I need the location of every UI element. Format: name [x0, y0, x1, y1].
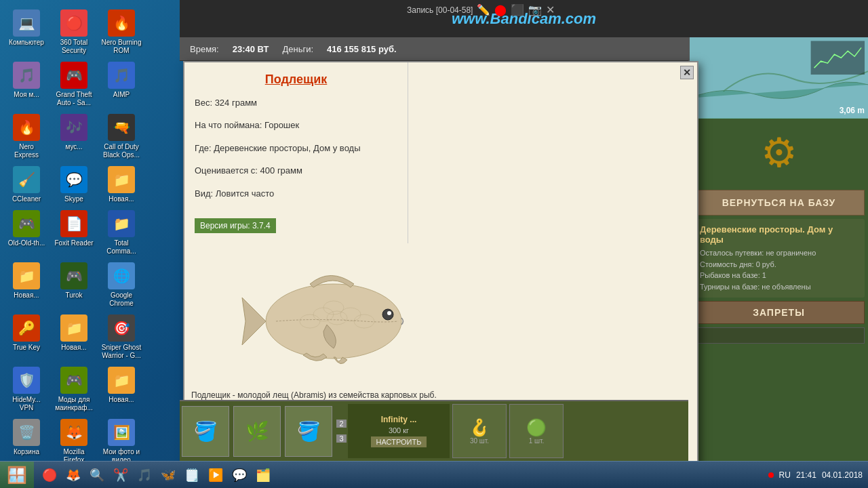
taskbar-opera[interactable]: 🔴 [39, 465, 60, 485]
taskbar-scissors[interactable]: ✂️ [111, 465, 131, 485]
desktop-icon--------[interactable]: 🗑️ Корзина [3, 416, 50, 467]
recording-area: Запись [00-04-58] ✏️ ⬤ ⬛ 📷 ✕ [407, 3, 555, 16]
desktop-icon-call-of-duty-black-ops---[interactable]: 🔫 Call of Duty Black Ops... [98, 111, 144, 162]
dialog-close-button[interactable]: ✕ [680, 66, 694, 79]
setup-button[interactable]: НАСТРОИТЬ [371, 436, 427, 447]
recording-indicator [768, 472, 774, 478]
rec-square-icon[interactable]: ⬛ [511, 3, 524, 16]
desktop-icon-turok[interactable]: 🎮 Turok [51, 260, 97, 310]
desktop-icon-grand-theft-auto---sa---[interactable]: 🎮 Grand Theft Auto - Sa... [51, 59, 97, 110]
icon-label: CCleaner [12, 195, 41, 203]
desktop-icon---------[interactable]: 📁 Новая... [51, 312, 97, 363]
icon-image: 🎮 [60, 262, 87, 289]
time-value: 23:40 ВТ [233, 44, 269, 54]
desktop-icon-360-total-security[interactable]: 🔴 360 Total Security [51, 7, 97, 58]
desktop-icon-google-chrome[interactable]: 🌐 Google Chrome [98, 260, 144, 310]
taskbar-folder[interactable]: 🗂️ [253, 465, 273, 485]
location-info: Деревенские просторы. Дом у воды Осталос… [693, 219, 865, 298]
icon-image: 🔫 [108, 114, 135, 141]
desktop-icon---------[interactable]: 🎵 Моя м... [3, 59, 50, 110]
icon-label: Total Comma... [101, 239, 142, 256]
trip-info: Осталось путевки: не ограничено [700, 247, 858, 259]
taskbar-chat[interactable]: 💬 [229, 465, 250, 485]
desktop-icon-aimp[interactable]: 🎵 AIMP [98, 59, 144, 110]
rec-stop-icon[interactable]: ✏️ [477, 3, 490, 16]
tackle-hook[interactable]: 🪝 30 шт. [452, 404, 507, 458]
tackle-peas[interactable]: 🟢 1 шт. [509, 404, 564, 458]
location-title: Деревенские просторы. Дом у воды [700, 224, 858, 245]
taskbar-notepad[interactable]: 🗒️ [182, 465, 202, 485]
desktop-icon-foxit-reader[interactable]: 📄 Foxit Reader [51, 207, 97, 258]
desktop: 💻 Компьютер 🔴 360 Total Security 🔥 Nero … [0, 0, 868, 488]
right-panel: 3,06 m ⚙ ВЕРНУТЬСЯ НА БАЗУ Деревенские п… [688, 37, 868, 461]
start-button[interactable]: 🪟 [0, 462, 34, 489]
icon-label: мус... [65, 143, 82, 151]
desktop-icon-old-old-th---[interactable]: 🎮 Old-Old-th... [3, 207, 50, 258]
desktop-icon-sniper-ghost-warrior---g---[interactable]: 🎯 Sniper Ghost Warrior - G... [98, 312, 144, 363]
rec-close-icon[interactable]: ✕ [546, 3, 555, 16]
fish-estimated: Оценивается с: 400 грамм [195, 163, 397, 178]
recording-label: Запись [00-04-58] [407, 5, 473, 15]
desktop-icon---------[interactable]: 📁 Новая... [98, 163, 144, 206]
icon-label: Новая... [14, 291, 39, 300]
desktop-icon-ccleaner[interactable]: 🧹 CCleaner [3, 163, 50, 206]
desktop-icon---------[interactable]: 📁 Новая... [98, 364, 144, 415]
svg-rect-1 [811, 41, 865, 75]
icon-image: 📁 [60, 314, 87, 342]
icon-label: True Key [13, 344, 40, 352]
desktop-icon-total-comma---[interactable]: 📁 Total Comma... [98, 207, 144, 258]
icon-label: Turok [65, 291, 82, 300]
icon-image: 🛡️ [13, 367, 40, 394]
icon-image: 🌐 [108, 262, 135, 289]
type-value: Ловится часто [216, 188, 274, 199]
icon-image: 🦊 [60, 419, 87, 446]
icon-label: Grand Theft Auto - Sa... [54, 91, 94, 107]
icon-image: 🎯 [108, 314, 135, 342]
taskbar-music[interactable]: 🎵 [134, 465, 155, 485]
icon-image: 🎮 [13, 210, 40, 237]
taskbar-yandex[interactable]: 🔍 [87, 465, 107, 485]
fish-illustration [229, 257, 432, 379]
desktop-icon-------[interactable]: 🎶 мус... [51, 111, 97, 162]
taskbar-firefox[interactable]: 🦊 [63, 465, 83, 485]
icon-image: 🎮 [60, 62, 87, 89]
location-value: Деревенские просторы, Дом у воды [214, 143, 360, 153]
desktop-icon---------[interactable]: 📁 Новая... [3, 260, 50, 310]
fish-type: Вид: Ловится часто [195, 186, 397, 201]
restrictions-button[interactable]: ЗАПРЕТЫ [693, 301, 865, 324]
caught-on-label: На что поймана: [195, 120, 262, 130]
fish-location: Где: Деревенские просторы, Дом у воды [195, 140, 397, 156]
icon-label: Корзина [14, 448, 39, 456]
desktop-icon----------[interactable]: 💻 Компьютер [3, 7, 50, 58]
icon-label: HideMy... VPN [6, 396, 47, 412]
fish-caught-on: На что поймана: Горошек [195, 117, 397, 133]
item-cauldron[interactable]: 🪣 [182, 406, 229, 457]
desktop-icon---------------------[interactable]: 🎮 Моды для маинкраф... [51, 364, 97, 415]
icon-image: 🎶 [60, 114, 87, 141]
desktop-icon-skype[interactable]: 💬 Skype [51, 163, 97, 206]
tackle1-count: 30 шт. [470, 437, 489, 445]
desktop-icon-nero-burning-rom[interactable]: 🔥 Nero Burning ROM [98, 7, 144, 58]
icon-image: 📁 [108, 367, 135, 394]
taskbar-butterfly[interactable]: 🦋 [158, 465, 178, 485]
icon-label: Новая... [108, 195, 134, 203]
taskbar-play[interactable]: ▶️ [205, 465, 226, 485]
bait-slot-3[interactable]: 3 [336, 434, 347, 443]
day-cost: Стоимость дня: 0 руб. [700, 259, 858, 270]
icon-image: 💻 [13, 9, 40, 37]
taskbar-language[interactable]: RU [779, 470, 791, 480]
desktop-icon-hidemy----vpn[interactable]: 🛡️ HideMy... VPN [3, 364, 50, 415]
rec-camera-icon[interactable]: 📷 [528, 3, 542, 16]
bait-slot-2[interactable]: 2 [336, 420, 347, 428]
desktop-icon-mozilla-firefox[interactable]: 🦊 Mozilla Firefox [51, 416, 97, 467]
icon-image: 🎮 [60, 367, 87, 394]
desktop-icon-----------------[interactable]: 🖼️ Мои фото и видео [98, 416, 144, 467]
desktop-icon-true-key[interactable]: 🔑 True Key [3, 312, 50, 363]
icon-label: Новая... [108, 396, 134, 404]
item-bucket[interactable]: 🪣 [285, 406, 332, 457]
return-to-base-button[interactable]: ВЕРНУТЬСЯ НА БАЗУ [693, 190, 865, 216]
bait-slot-container: 2 3 [336, 420, 347, 443]
item-plants[interactable]: 🌿 [233, 406, 281, 457]
desktop-icons-area: 💻 Компьютер 🔴 360 Total Security 🔥 Nero … [0, 3, 170, 470]
desktop-icon-nero-express[interactable]: 🔥 Nero Express [3, 111, 50, 162]
